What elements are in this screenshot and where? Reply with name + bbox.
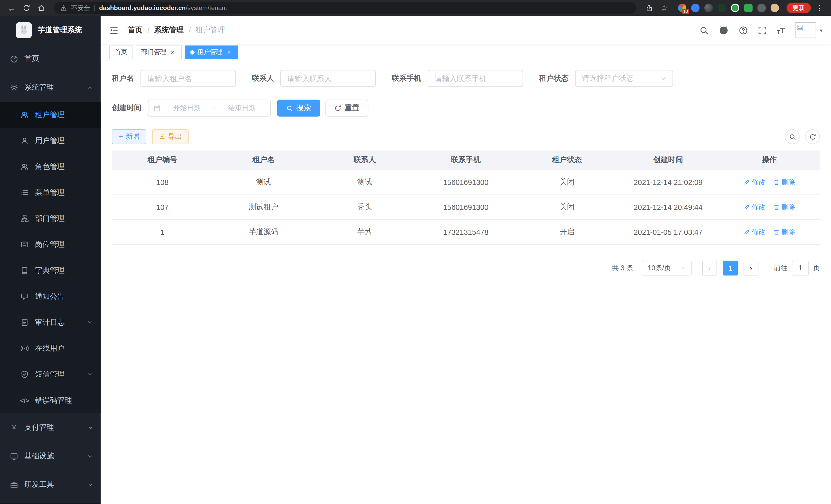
- sidebar-item-dict[interactable]: 字典管理: [0, 258, 101, 283]
- plus-icon: +: [119, 133, 123, 141]
- profile-avatar-icon[interactable]: [771, 4, 779, 12]
- col-created: 创建时间: [618, 151, 719, 170]
- add-button[interactable]: + 新增: [112, 129, 146, 144]
- page-size-select[interactable]: 10条/页: [642, 261, 692, 275]
- user-icon: [20, 137, 29, 145]
- sidebar-item-error-code[interactable]: </> 错误码管理: [0, 387, 101, 413]
- edit-link[interactable]: 修改: [743, 177, 766, 187]
- user-avatar-menu[interactable]: ▾: [795, 22, 823, 38]
- menu-label: 首页: [24, 54, 39, 63]
- sidebar-item-dashboard[interactable]: 首页: [0, 45, 101, 73]
- cell-id: 1: [112, 219, 213, 244]
- share-icon[interactable]: [643, 2, 656, 14]
- update-label: 更新: [792, 3, 805, 12]
- app-logo: [16, 22, 32, 38]
- sidebar-item-online-user[interactable]: 在线用户: [0, 335, 101, 361]
- github-icon[interactable]: [718, 25, 728, 35]
- yen-icon: ¥: [9, 424, 19, 431]
- avatar-broken-image: [795, 22, 816, 38]
- status-placeholder: 请选择租户状态: [582, 74, 634, 83]
- home-icon[interactable]: [35, 2, 48, 14]
- pencil-icon: [743, 204, 750, 210]
- font-size-icon[interactable]: TT: [777, 26, 785, 35]
- reload-icon[interactable]: [20, 2, 33, 14]
- security-label: 不安全: [71, 3, 90, 12]
- status-select[interactable]: 请选择租户状态: [575, 70, 673, 87]
- sidebar: 芋道管理系统 首页 系统管理 租户管理 用户管理: [0, 16, 101, 504]
- edit-link[interactable]: 修改: [743, 227, 766, 237]
- col-tenant-id: 租户编号: [112, 151, 213, 170]
- browser-menu-icon[interactable]: ⋮: [813, 2, 826, 14]
- tag-home[interactable]: 首页: [109, 45, 133, 59]
- delete-link[interactable]: 删除: [773, 202, 795, 212]
- url-domain: dashboard.yudao.iocoder.cn: [99, 4, 186, 12]
- next-page-button[interactable]: ›: [744, 261, 758, 275]
- sidebar-item-dept[interactable]: 部门管理: [0, 206, 101, 232]
- sidebar-item-tenant[interactable]: 租户管理: [0, 102, 101, 128]
- prev-page-button[interactable]: ‹: [702, 261, 717, 275]
- tenant-table: 租户编号 租户名 联系人 联系手机 租户状态 创建时间 操作 108 测试: [112, 151, 820, 244]
- trash-icon: [773, 204, 779, 210]
- back-icon[interactable]: ←: [5, 2, 18, 14]
- extension-icon-gray[interactable]: [757, 4, 766, 12]
- search-button[interactable]: 搜索: [277, 100, 320, 117]
- address-bar[interactable]: 不安全 dashboard.yudao.iocoder.cn/system/te…: [54, 2, 636, 13]
- sidebar-toggle-icon[interactable]: [109, 25, 119, 35]
- chrome-update-button[interactable]: 更新: [786, 3, 811, 13]
- extension-icon-colorful[interactable]: 10: [678, 4, 686, 12]
- sidebar-item-infra[interactable]: 基础设施: [0, 442, 101, 470]
- sidebar-item-audit-log[interactable]: 审计日志: [0, 309, 101, 335]
- breadcrumb-system[interactable]: 系统管理: [154, 25, 184, 35]
- extension-icon-green-ring[interactable]: [731, 4, 739, 12]
- sidebar-item-menu[interactable]: 菜单管理: [0, 180, 101, 206]
- filter-row-2: 创建时间 开始日期 - 结束日期 搜索 重置: [112, 100, 820, 117]
- extension-icon-darkgreen[interactable]: [718, 4, 726, 12]
- sidebar-item-sms[interactable]: 短信管理: [0, 361, 101, 387]
- help-icon[interactable]: [739, 26, 747, 35]
- cell-created: 2021-01-05 17:03:47: [618, 219, 719, 244]
- table-row: 1 芋道源码 芋艿 17321315478 开启 2021-01-05 17:0…: [112, 219, 820, 244]
- delete-link[interactable]: 删除: [773, 227, 795, 237]
- show-search-button[interactable]: [785, 129, 800, 144]
- sidebar-item-notice[interactable]: 通知公告: [0, 283, 101, 309]
- audit-doc-icon: [20, 319, 29, 326]
- export-button[interactable]: 导出: [152, 129, 189, 144]
- table-header-row: 租户编号 租户名 联系人 联系手机 租户状态 创建时间 操作: [112, 151, 820, 170]
- fullscreen-icon[interactable]: [758, 26, 767, 35]
- chevron-down-icon: [681, 265, 687, 271]
- header-search-icon[interactable]: [699, 26, 709, 35]
- tenant-name-input[interactable]: [141, 70, 236, 87]
- goto-page: 前往 页: [774, 261, 820, 275]
- mobile-input[interactable]: [428, 70, 523, 87]
- edit-link[interactable]: 修改: [743, 202, 766, 212]
- sidebar-item-devtool[interactable]: 研发工具: [0, 471, 101, 499]
- extension-icon-sphere[interactable]: [704, 4, 713, 12]
- extension-icon-green-square[interactable]: [744, 4, 753, 12]
- sidebar-item-system[interactable]: 系统管理: [0, 73, 101, 102]
- toolbox-icon: [9, 481, 19, 489]
- sidebar-item-post[interactable]: 岗位管理: [0, 232, 101, 258]
- status-label: 租户状态: [539, 74, 569, 83]
- page-1-button[interactable]: 1: [723, 261, 738, 275]
- sidebar-item-pay[interactable]: ¥ 支付管理: [0, 413, 101, 442]
- mobile-label: 联系手机: [392, 74, 422, 83]
- contact-input[interactable]: [280, 70, 376, 87]
- app-logo-row[interactable]: 芋道管理系统: [0, 16, 101, 45]
- sidebar-item-user[interactable]: 用户管理: [0, 128, 101, 154]
- delete-link[interactable]: 删除: [773, 177, 795, 187]
- breadcrumb-home[interactable]: 首页: [128, 25, 143, 35]
- date-range-picker[interactable]: 开始日期 - 结束日期: [148, 100, 271, 117]
- extension-icon-blue[interactable]: [691, 4, 700, 12]
- col-mobile: 联系手机: [415, 151, 516, 170]
- tag-tenant-active[interactable]: 租户管理 ×: [185, 45, 238, 59]
- refresh-table-button[interactable]: [805, 129, 820, 144]
- close-icon[interactable]: ×: [169, 49, 176, 56]
- bookmark-star-icon[interactable]: ☆: [658, 2, 671, 14]
- tag-dept[interactable]: 部门管理 ×: [136, 45, 182, 59]
- system-submenu: 租户管理 用户管理 角色管理 菜单管理 部门管理: [0, 102, 101, 413]
- menu-label: 错误码管理: [35, 395, 72, 405]
- goto-page-input[interactable]: [792, 261, 809, 275]
- sidebar-item-role[interactable]: 角色管理: [0, 154, 101, 180]
- close-icon[interactable]: ×: [225, 49, 233, 56]
- reset-button[interactable]: 重置: [325, 100, 368, 117]
